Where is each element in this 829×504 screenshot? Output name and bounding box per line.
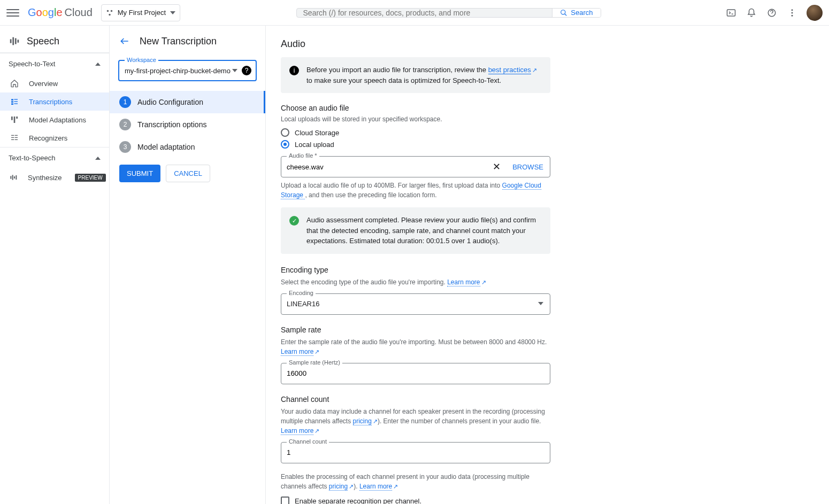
help-icon[interactable]: ? (242, 66, 251, 75)
checkbox-icon (281, 497, 289, 505)
channel-count-input[interactable] (287, 448, 544, 456)
best-practices-link[interactable]: best practices (488, 66, 531, 74)
help-icon[interactable] (766, 7, 778, 19)
step-model-adaptation[interactable]: 3Model adaptation (110, 136, 265, 158)
svg-rect-14 (11, 99, 13, 100)
notifications-icon[interactable] (746, 7, 757, 19)
radio-cloud-storage[interactable]: Cloud Storage (281, 128, 550, 137)
logo[interactable]: GoogleCloud (28, 6, 93, 19)
enable-hint: Enables the processing of each channel p… (281, 472, 550, 491)
svg-rect-25 (11, 137, 14, 138)
svg-rect-29 (10, 176, 11, 179)
external-icon: ↗ (314, 348, 319, 355)
svg-point-7 (792, 9, 793, 11)
external-icon: ↗ (349, 483, 354, 490)
search-icon (560, 9, 567, 17)
search-button[interactable]: Search (552, 9, 600, 17)
svg-rect-20 (11, 117, 13, 120)
home-icon (10, 79, 19, 88)
clear-file-button[interactable]: ✕ (487, 161, 506, 173)
svg-rect-22 (16, 117, 18, 119)
enable-checkbox-row[interactable]: Enable separate recognition per channel. (281, 497, 550, 505)
info-banner: i Before you import an audio file for tr… (281, 57, 550, 93)
page-title: New Transcription (140, 36, 217, 47)
pricing-link[interactable]: pricing (353, 417, 372, 425)
sidebar-section-tts[interactable]: Text-to-Speech (0, 148, 109, 168)
learn-more-encoding[interactable]: Learn more (447, 278, 480, 286)
svg-line-4 (565, 13, 567, 15)
avatar[interactable] (807, 5, 823, 21)
learn-more-enable[interactable]: Learn more (359, 483, 392, 491)
channel-count-hint: Your audio data may include a channel fo… (281, 407, 550, 436)
assessment-banner: ✓ Audio assessment completed. Please rev… (281, 207, 550, 254)
sidebar-item-model-adaptations[interactable]: Model Adaptations (0, 111, 109, 129)
svg-rect-15 (14, 99, 18, 99)
speech-icon (9, 35, 20, 47)
workspace-select[interactable]: Workspace my-first-project-chirp-bucket-… (118, 60, 257, 81)
svg-point-9 (792, 14, 793, 16)
submit-button[interactable]: SUBMIT (119, 165, 160, 182)
sample-rate-heading: Sample rate (281, 325, 550, 334)
svg-rect-13 (18, 40, 19, 43)
sidebar-item-overview[interactable]: Overview (0, 74, 109, 92)
svg-rect-18 (11, 103, 13, 105)
svg-rect-27 (11, 139, 14, 140)
cloudshell-icon[interactable] (725, 7, 737, 19)
recognizers-icon (10, 133, 19, 143)
chevron-down-icon (232, 67, 237, 75)
svg-rect-32 (16, 175, 17, 180)
chevron-down-icon (538, 300, 543, 308)
svg-point-8 (792, 12, 793, 13)
svg-rect-28 (15, 139, 18, 140)
back-button[interactable] (119, 35, 131, 47)
search-input[interactable] (297, 9, 552, 17)
more-icon[interactable] (786, 7, 798, 19)
sample-rate-input[interactable] (287, 369, 544, 377)
svg-point-0 (107, 10, 109, 12)
encoding-heading: Encoding type (281, 266, 550, 274)
channel-count-heading: Channel count (281, 395, 550, 404)
check-icon: ✓ (289, 216, 299, 226)
choose-file-hint: Local uploads will be stored in your spe… (281, 115, 550, 123)
svg-rect-21 (14, 117, 16, 123)
project-selector[interactable]: My First Project (101, 4, 180, 21)
chevron-up-icon (95, 61, 101, 67)
svg-rect-12 (15, 38, 17, 44)
external-icon: ↗ (481, 279, 486, 285)
annotation-arrow (266, 100, 267, 123)
pricing-link-2[interactable]: pricing (329, 483, 348, 491)
audio-file-field: Audio file * ✕ BROWSE (281, 156, 550, 177)
choose-file-heading: Choose an audio file (281, 104, 550, 112)
learn-more-samplerate[interactable]: Learn more (281, 348, 313, 356)
sidebar-item-transcriptions[interactable]: Transcriptions (0, 92, 109, 111)
cancel-button[interactable]: CANCEL (166, 165, 210, 182)
svg-rect-31 (14, 176, 15, 179)
project-icon (106, 9, 113, 17)
step-audio-config[interactable]: 1Audio Configuration (110, 91, 265, 113)
svg-rect-23 (11, 135, 14, 136)
annotation-arrow (266, 122, 271, 145)
encoding-select[interactable]: Encoding LINEAR16 (281, 293, 550, 315)
svg-rect-19 (14, 103, 18, 104)
radio-local-upload[interactable]: Local upload (281, 140, 550, 149)
sidebar-item-recognizers[interactable]: Recognizers (0, 129, 109, 147)
audio-heading: Audio (281, 38, 550, 50)
sidebar-section-stt[interactable]: Speech-to-Text (0, 53, 109, 74)
synthesize-icon (10, 173, 18, 182)
project-name: My First Project (118, 9, 166, 17)
svg-rect-16 (11, 101, 13, 103)
svg-point-1 (111, 10, 113, 12)
external-icon: ↗ (373, 418, 378, 424)
chevron-up-icon (95, 156, 101, 161)
transcriptions-icon (10, 97, 19, 106)
sidebar-item-synthesize[interactable]: SynthesizePREVIEW (0, 168, 109, 187)
step-transcription-options[interactable]: 2Transcription options (110, 113, 265, 136)
info-icon: i (289, 66, 299, 75)
learn-more-channel[interactable]: Learn more (281, 427, 313, 435)
browse-button[interactable]: BROWSE (506, 163, 550, 171)
audio-file-input[interactable] (281, 163, 487, 171)
preview-badge: PREVIEW (75, 174, 106, 182)
svg-rect-17 (14, 101, 18, 102)
hamburger-menu[interactable] (6, 6, 19, 19)
adaptations-icon (10, 115, 19, 125)
